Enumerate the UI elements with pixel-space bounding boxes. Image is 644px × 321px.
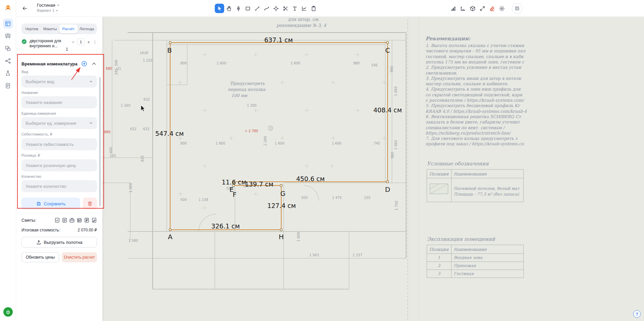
estimate-list-icon[interactable] — [62, 217, 67, 223]
anchor-point[interactable] — [387, 42, 389, 44]
estimate-case-icon[interactable] — [69, 217, 75, 223]
nomenclature-list-item[interactable]: двустороння для внутренних и... − 1 + ⋮ … — [21, 39, 97, 52]
eraser-tool[interactable] — [487, 4, 497, 13]
tab-chertezh[interactable]: Чертеж — [22, 24, 41, 33]
angle-ruler-tool[interactable] — [458, 4, 467, 13]
cost-input[interactable] — [21, 138, 97, 150]
point-label: G — [280, 190, 286, 198]
svg-text:1 060: 1 060 — [394, 87, 398, 96]
panel-scrollbar[interactable] — [99, 77, 101, 206]
dimension-label: 139.7 см — [245, 180, 273, 188]
svg-text:680: 680 — [106, 67, 112, 70]
sidebar-item-boards[interactable] — [3, 31, 13, 41]
field-label: Вид — [21, 70, 97, 74]
svg-text:Предусмотреть: Предусмотреть — [231, 81, 265, 86]
item-controls: − 1 + ⋮ 1 — [71, 39, 97, 52]
back-button[interactable] — [20, 4, 30, 13]
line-tool[interactable] — [252, 4, 262, 13]
floor-plan-svg[interactable]: 1 15516308001 6001 600980595345348680(2)… — [102, 17, 644, 321]
add-nomenclature-button[interactable] — [81, 61, 87, 67]
name-input[interactable] — [21, 96, 97, 108]
sidebar-item-projects[interactable] — [3, 18, 13, 29]
pan-tool[interactable] — [224, 4, 234, 13]
export-canvases-button[interactable]: Выгрузить полотна — [21, 237, 97, 248]
retail-input[interactable] — [21, 159, 97, 171]
variant-title[interactable]: Вариант 1 — [37, 8, 60, 12]
stepper-minus-button[interactable]: − — [71, 40, 75, 45]
variant-label: Вариант 1 — [37, 8, 54, 12]
trash-icon — [87, 201, 93, 206]
anchor-point[interactable] — [280, 229, 282, 231]
sidebar-item-integrations[interactable] — [3, 56, 13, 66]
settings-button[interactable] — [497, 4, 506, 13]
tab-makety[interactable]: Макеты — [41, 24, 59, 33]
bottom-actions: Обновить цены Очистить расчет — [21, 252, 97, 262]
anchor-point[interactable] — [169, 42, 171, 44]
tab-raschet[interactable]: Расчёт — [59, 24, 78, 33]
curve-tool[interactable] — [262, 4, 271, 13]
svg-text:светильников.: светильников. — [426, 70, 457, 75]
set-square-tool[interactable] — [448, 4, 458, 13]
anchor-tool[interactable] — [271, 4, 281, 13]
cut-tool[interactable] — [281, 4, 290, 13]
stepper-plus-button[interactable]: + — [87, 40, 91, 45]
vid-select[interactable]: Выберите вид — [21, 75, 97, 88]
estimate-ruble-icon[interactable] — [84, 217, 90, 223]
anchor-point[interactable] — [387, 181, 389, 183]
svg-text:3: 3 — [269, 126, 271, 130]
support-fab-button[interactable]: ф — [3, 307, 13, 317]
collapse-section-button[interactable] — [91, 61, 97, 67]
svg-text:Условные обозначения: Условные обозначения — [427, 161, 489, 167]
floor-plan-canvas[interactable]: 1 15516308001 6001 600980595345348680(2)… — [102, 17, 644, 321]
anchor-point[interactable] — [280, 184, 282, 186]
quantity-input[interactable] — [21, 180, 97, 192]
item-title: двустороння для внутренних и... — [30, 39, 65, 49]
anchor-point[interactable] — [169, 229, 171, 231]
stepper-value[interactable]: 1 — [77, 39, 85, 45]
check-icon — [21, 39, 27, 44]
svg-text:3: 3 — [438, 271, 441, 276]
sidebar-item-documents[interactable] — [3, 81, 13, 91]
svg-text:500: 500 — [301, 196, 307, 200]
clipboard-tool[interactable] — [309, 4, 318, 13]
box-tool[interactable] — [468, 4, 477, 13]
tab-legenda[interactable]: Легенда — [78, 24, 96, 33]
delete-button[interactable] — [83, 198, 97, 210]
temp-nomenclature-header: Временная номенклатура — [21, 61, 97, 67]
svg-text:(2): (2) — [116, 67, 121, 70]
pen-tool[interactable] — [234, 4, 243, 13]
update-prices-button[interactable]: Обновить цены — [21, 252, 59, 262]
form-actions: Сохранить — [21, 198, 97, 210]
graph-tool[interactable] — [299, 4, 309, 13]
help-button[interactable]: ? — [633, 310, 641, 318]
estimate-edit-icon[interactable] — [91, 217, 97, 223]
item-menu-button[interactable]: ⋮ — [93, 40, 97, 45]
app-logo-icon — [4, 4, 12, 12]
item-qty: 1 — [66, 47, 92, 52]
svg-text:4. Предусмотреть в зоне ниш пр: 4. Предусмотреть в зоне ниш профиль для — [426, 87, 521, 92]
save-project-button[interactable] — [512, 3, 523, 14]
room-title[interactable]: Гостиная — [37, 3, 60, 8]
unit-select[interactable]: Выберите ед. измерения — [21, 117, 97, 129]
save-button[interactable]: Сохранить — [21, 198, 80, 210]
svg-text:Площадь - 77,3 м² (без запаса): Площадь - 77,3 м² (без запаса) — [454, 192, 519, 197]
svg-text:595: 595 — [371, 63, 378, 67]
left-panel: Чертеж Макеты Расчёт Легенда двустороння… — [16, 17, 102, 321]
fullscreen-tool[interactable] — [478, 4, 487, 13]
text-tool[interactable] — [290, 4, 299, 13]
svg-text:Натяжной потолок, белый мат: Натяжной потолок, белый мат — [454, 186, 520, 191]
svg-text:с рассеивателем / https://kraa: с рассеивателем / https://kraab-systems.… — [426, 98, 525, 103]
point-label: H — [279, 233, 284, 241]
field-label: Количество — [21, 174, 97, 178]
rectangle-tool[interactable] — [243, 4, 252, 13]
sidebar-item-templates[interactable] — [3, 43, 13, 53]
clear-calc-button[interactable]: Очистить расчет — [62, 252, 97, 262]
svg-text:потолка 175 мм во входной зоне: потолка 175 мм во входной зоне, гостевом… — [426, 59, 524, 64]
sidebar-item-materials[interactable] — [3, 68, 13, 78]
estimate-table-icon[interactable] — [77, 217, 82, 223]
estimate-check-icon[interactable] — [54, 217, 60, 223]
select-tool[interactable] — [215, 4, 224, 13]
svg-text:KRAAB 4.0 / https://kraab-syst: KRAAB 4.0 / https://kraab-systems.com/kr… — [426, 109, 527, 114]
svg-text:Прихожая: Прихожая — [454, 263, 476, 268]
svg-text:Гостиная: Гостиная — [454, 271, 474, 276]
